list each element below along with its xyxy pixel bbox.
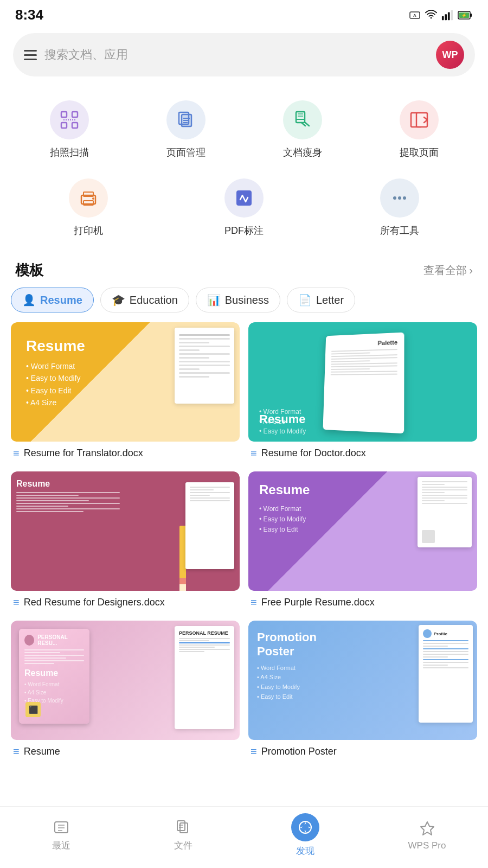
all-tools-icon-bg — [380, 178, 419, 218]
printer-icon — [78, 188, 99, 208]
nav-item-discover[interactable]: 发现 — [281, 813, 330, 857]
tool-doc-slim[interactable]: 文档瘦身 — [244, 92, 361, 170]
svg-rect-21 — [296, 112, 305, 123]
tab-resume[interactable]: 👤 Resume — [11, 288, 94, 312]
search-bar-wrap: 搜索文档、应用 WP — [0, 28, 488, 86]
nav-item-files[interactable]: 文件 — [159, 819, 208, 852]
tab-business-label: Business — [225, 294, 269, 307]
pages-icon — [176, 110, 196, 130]
svg-rect-39 — [180, 823, 188, 833]
photo-scan-icon-bg — [50, 100, 89, 139]
template-thumb-4: PERSONAL RESU... Resume • Word Format• A… — [11, 621, 240, 740]
tool-label-page-manage: 页面管理 — [166, 146, 206, 159]
template-name-4: ≡ Resume — [11, 740, 240, 761]
status-bar: 8:34 A ⚡ — [0, 0, 488, 28]
svg-rect-5 — [448, 12, 450, 20]
doc-icon-5: ≡ — [251, 745, 257, 758]
tool-page-manage[interactable]: 页面管理 — [127, 92, 244, 170]
doc-icon-3: ≡ — [251, 596, 257, 609]
nav-item-recent[interactable]: 最近 — [37, 819, 86, 852]
annotate-icon — [234, 188, 254, 208]
svg-rect-13 — [61, 123, 67, 128]
extract-icon — [409, 110, 429, 130]
status-icons: A ⚡ — [409, 9, 473, 21]
doc-slim-icon-bg — [283, 100, 322, 139]
more-icon — [389, 188, 410, 208]
tab-education-label: Education — [130, 294, 178, 307]
svg-marker-43 — [421, 822, 434, 835]
tab-letter[interactable]: 📄 Letter — [287, 288, 355, 312]
svg-rect-14 — [72, 123, 78, 128]
template-card-4[interactable]: PERSONAL RESU... Resume • Word Format• A… — [11, 621, 240, 761]
view-all-button[interactable]: 查看全部 › — [423, 263, 473, 278]
user-avatar[interactable]: WP — [436, 41, 464, 69]
battery-icon: ⚡ — [458, 9, 473, 21]
tool-pdf-annotate[interactable]: PDF标注 — [166, 170, 322, 248]
wifi-icon — [425, 9, 437, 21]
tab-letter-icon: 📄 — [298, 293, 312, 307]
extract-icon-bg — [400, 100, 439, 139]
template-grid: Resume • Word Format• Easy to Modify• Ea… — [0, 322, 488, 761]
tool-printer[interactable]: 打印机 — [11, 170, 166, 248]
search-placeholder: 搜索文档、应用 — [44, 47, 428, 63]
templates-section-header: 模板 查看全部 › — [0, 248, 488, 288]
recent-icon — [53, 819, 70, 836]
tool-label-photo-scan: 拍照扫描 — [50, 146, 89, 159]
svg-rect-11 — [61, 112, 67, 117]
tool-extract-page[interactable]: 提取页面 — [361, 92, 477, 170]
wps-pro-icon — [419, 820, 436, 837]
svg-rect-3 — [442, 16, 444, 20]
tools-grid-row1: 拍照扫描 页面管理 文档瘦身 — [0, 86, 488, 170]
template-card-1[interactable]: Palette Resume • Word Format• A4 Size• E… — [248, 322, 477, 463]
nav-label-wps-pro: WPS Pro — [408, 840, 446, 851]
svg-rect-8 — [470, 14, 472, 17]
doc-icon-1: ≡ — [251, 447, 257, 459]
nav-item-wps-pro[interactable]: WPS Pro — [403, 820, 452, 851]
menu-button[interactable] — [24, 50, 37, 60]
nav-label-files: 文件 — [174, 839, 192, 852]
svg-rect-6 — [451, 10, 453, 20]
discover-icon-bg — [291, 813, 319, 841]
template-card-3[interactable]: Resume • Word Format• Easy to Modify• Ea… — [248, 471, 477, 612]
svg-point-32 — [398, 196, 401, 200]
template-card-2[interactable]: Resume — [11, 471, 240, 612]
tool-label-all-tools: 所有工具 — [380, 224, 419, 237]
tab-letter-label: Letter — [316, 294, 344, 307]
slim-icon — [292, 110, 313, 130]
template-thumb-1: Palette Resume • Word Format• A4 Size• E… — [248, 322, 477, 442]
svg-point-33 — [403, 196, 406, 200]
search-bar[interactable]: 搜索文档、应用 WP — [13, 33, 475, 76]
doc-icon-2: ≡ — [13, 596, 20, 609]
tab-business-icon: 📊 — [207, 293, 221, 307]
svg-text:⚡: ⚡ — [461, 12, 467, 18]
tab-business[interactable]: 📊 Business — [196, 288, 280, 312]
doc-icon-0: ≡ — [13, 447, 20, 459]
status-time: 8:34 — [15, 7, 43, 23]
tool-label-pdf-annotate: PDF标注 — [224, 224, 264, 237]
tool-label-doc-slim: 文档瘦身 — [283, 146, 322, 159]
svg-text:A: A — [413, 13, 416, 18]
svg-point-2 — [431, 17, 432, 18]
tool-all-tools[interactable]: 所有工具 — [322, 170, 477, 248]
template-name-1: ≡ Resume for Doctor.docx — [248, 442, 477, 463]
svg-point-29 — [92, 197, 94, 200]
svg-rect-34 — [55, 822, 68, 833]
svg-rect-4 — [445, 14, 447, 20]
template-card-5[interactable]: PromotionPoster • Word Format• A4 Size• … — [248, 621, 477, 761]
tool-photo-scan[interactable]: 拍照扫描 — [11, 92, 127, 170]
tools-grid-row2: 打印机 PDF标注 所有工具 — [0, 170, 488, 248]
nav-label-recent: 最近 — [52, 839, 70, 852]
files-icon — [175, 819, 192, 836]
svg-rect-12 — [72, 112, 78, 117]
template-thumb-2: Resume — [11, 471, 240, 591]
template-name-0: ≡ Resume for Translator.docx — [11, 442, 240, 463]
tab-education-icon: 🎓 — [112, 293, 125, 307]
category-tabs: 👤 Resume 🎓 Education 📊 Business 📄 Letter — [0, 288, 488, 322]
template-card-0[interactable]: Resume • Word Format• Easy to Modify• Ea… — [11, 322, 240, 463]
signal-icon — [441, 9, 453, 21]
pdf-annotate-icon-bg — [224, 178, 264, 218]
template-name-3: ≡ Free Purple Resume.docx — [248, 591, 477, 612]
template-name-5: ≡ Promotion Poster — [248, 740, 477, 761]
discover-icon — [298, 820, 313, 835]
tab-education[interactable]: 🎓 Education — [100, 288, 189, 312]
